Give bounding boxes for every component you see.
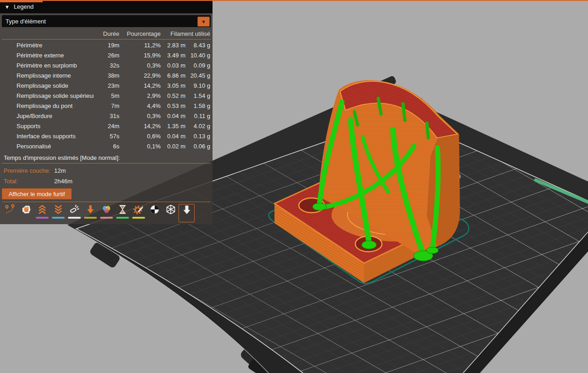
legend-table-header: Durée Pourcentage Filament utilisé [0, 28, 213, 39]
weight-value: 8.43 g [185, 42, 210, 49]
seams-toggle[interactable] [66, 204, 82, 222]
percent-value: 14,2% [143, 123, 161, 130]
tool-changes-underline [84, 217, 97, 219]
legend-title: Legend [14, 3, 34, 10]
legend-row: Périmètre en surplomb 32s 0,3% 0.03 m 0.… [0, 60, 213, 70]
percent-value: 4,4% [143, 102, 161, 109]
first-layer-row: Première couche: 12m [4, 167, 141, 174]
length-value: 6.86 m [161, 72, 185, 79]
legend-row: Remplissage du pont 7m 4,4% 0.53 m 1.58 … [0, 101, 213, 111]
collapse-triangle-icon: ▼ [5, 4, 10, 10]
view-type-value: Type d'élément [2, 18, 46, 25]
feature-label: Jupe/Bordure [17, 113, 94, 119]
top-accent-line [0, 0, 588, 1]
percent-value: 0,6% [143, 133, 161, 140]
legend-panel: ▼ Legend Type d'élément ▼ Durée Pourcent… [0, 0, 213, 224]
tool-marker-toggle[interactable] [179, 204, 195, 222]
separator [2, 202, 211, 202]
length-value: 0.52 m [161, 92, 185, 99]
view-type-dropdown[interactable]: Type d'élément ▼ [2, 15, 211, 27]
separator [2, 39, 211, 40]
first-layer-value: 12m [54, 167, 141, 174]
stealth-mode-button[interactable]: Afficher le mode furtif [2, 188, 72, 199]
weight-value: 10.40 g [185, 52, 210, 59]
color-changes-toggle[interactable] [98, 204, 114, 222]
pause-prints-icon [117, 204, 128, 216]
legend-row: Périmètre 19m 11,2% 2.83 m 8.43 g [0, 40, 213, 50]
duration-value: 6s [94, 143, 119, 150]
custom-gcodes-toggle[interactable] [130, 204, 146, 222]
percent-value: 0,1% [143, 143, 161, 150]
weight-value: 0.06 g [185, 143, 210, 150]
percent-value: 2,9% [143, 92, 161, 99]
duration-value: 19m [94, 42, 119, 49]
center-of-mass-icon [149, 204, 160, 216]
length-value: 3.49 m [161, 52, 185, 59]
legend-row: Remplissage solide supérieur 5m 2,9% 0.5… [0, 90, 213, 101]
tool-changes-icon [85, 204, 96, 216]
duration-value: 38m [94, 72, 119, 79]
wipe-toggle[interactable] [18, 204, 34, 222]
center-of-mass-toggle[interactable] [146, 204, 162, 222]
feature-label: Interface des supports [17, 133, 94, 140]
duration-value: 32s [94, 62, 119, 69]
column-duration: Durée [94, 30, 119, 37]
travels-toggle[interactable] [2, 204, 18, 222]
custom-gcodes-icon [133, 204, 144, 216]
custom-gcodes-underline [132, 217, 145, 219]
length-value: 0.03 m [161, 62, 185, 69]
legend-row: Personnalisé 6s 0,1% 0.02 m 0.06 g [0, 141, 213, 151]
duration-value: 7m [94, 102, 119, 109]
duration-value: 26m [94, 52, 119, 59]
legend-row: Jupe/Bordure 31s 0,3% 0.04 m 0.11 g [0, 111, 213, 121]
shells-icon [165, 204, 176, 216]
color-changes-underline [100, 217, 113, 219]
feature-label: Périmètre [17, 42, 94, 49]
color-changes-icon [101, 204, 112, 216]
legend-rows: Périmètre 19m 11,2% 2.83 m 8.43 g Périmè… [0, 40, 213, 151]
length-value: 3.05 m [161, 82, 185, 89]
pause-prints-toggle[interactable] [114, 204, 130, 222]
feature-label: Périmètre externe [17, 52, 94, 59]
total-row: Total: 2h46m [4, 178, 141, 185]
weight-value: 20.45 g [185, 72, 210, 79]
dropdown-arrow-button[interactable]: ▼ [197, 17, 210, 27]
weight-value: 9.10 g [185, 82, 210, 89]
weight-value: 4.02 g [185, 123, 210, 130]
duration-value: 57s [94, 133, 119, 140]
shells-toggle[interactable] [162, 204, 179, 222]
column-percentage: Pourcentage [123, 30, 161, 37]
feature-label: Personnalisé [17, 143, 94, 150]
pause-prints-underline [116, 217, 129, 219]
deretractions-toggle[interactable] [50, 204, 66, 222]
tool-changes-toggle[interactable] [82, 204, 98, 222]
retractions-toggle[interactable] [34, 204, 50, 222]
wipe-icon [21, 204, 32, 216]
feature-label: Remplissage du pont [17, 102, 94, 109]
travels-icon [5, 204, 16, 216]
feature-label: Périmètre en surplomb [17, 62, 94, 69]
first-layer-label: Première couche: [4, 167, 54, 174]
legend-row: Interface des supports 57s 0,6% 0.04 m 0… [0, 131, 213, 141]
duration-value: 23m [94, 82, 119, 89]
feature-label: Remplissage solide [17, 82, 94, 89]
total-value: 2h46m [54, 178, 141, 185]
legend-toolbar [2, 204, 195, 222]
weight-value: 1.54 g [185, 92, 210, 99]
weight-value: 0.11 g [185, 113, 210, 119]
deretractions-icon [53, 204, 64, 216]
length-value: 0.04 m [161, 133, 185, 140]
percent-value: 11,2% [143, 42, 161, 49]
deretractions-underline [52, 217, 65, 219]
percent-value: 14,2% [143, 82, 161, 89]
retractions-icon [37, 204, 48, 216]
legend-row: Remplissage solide 23m 14,2% 3.05 m 9.10… [0, 80, 213, 90]
duration-value: 24m [94, 123, 119, 130]
seams-icon [69, 204, 80, 216]
length-value: 1.35 m [161, 123, 185, 130]
length-value: 0.53 m [161, 102, 185, 109]
total-label: Total: [4, 178, 54, 185]
separator [2, 163, 211, 164]
feature-label: Remplissage solide supérieur [17, 92, 94, 99]
length-value: 0.02 m [161, 143, 185, 150]
